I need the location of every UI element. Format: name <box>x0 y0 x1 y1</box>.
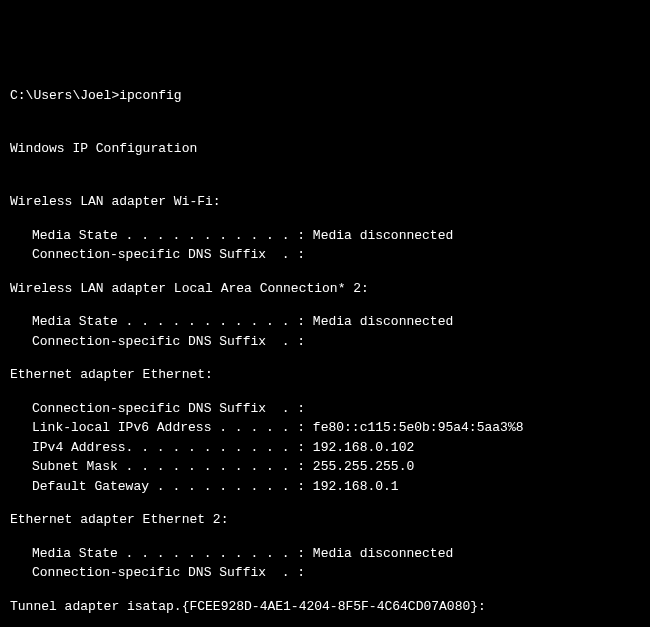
command-prompt-line: C:\Users\Joel>ipconfig <box>10 86 640 106</box>
adapter-field: Media State . . . . . . . . . . . : Medi… <box>10 544 640 564</box>
adapter-name: Wireless LAN adapter Local Area Connecti… <box>10 279 640 299</box>
adapter-name: Tunnel adapter isatap.{FCEE928D-4AE1-420… <box>10 597 640 617</box>
adapter-field: Subnet Mask . . . . . . . . . . . : 255.… <box>10 457 640 477</box>
adapter-block: Ethernet adapter Ethernet:Connection-spe… <box>10 365 640 496</box>
adapter-name: Wireless LAN adapter Wi-Fi: <box>10 192 640 212</box>
adapter-block: Wireless LAN adapter Local Area Connecti… <box>10 279 640 352</box>
adapter-block: Tunnel adapter isatap.{FCEE928D-4AE1-420… <box>10 597 640 628</box>
ipconfig-header: Windows IP Configuration <box>10 139 640 159</box>
adapter-field: Connection-specific DNS Suffix . : <box>10 563 640 583</box>
adapter-field: Media State . . . . . . . . . . . : Medi… <box>10 312 640 332</box>
adapter-field: Connection-specific DNS Suffix . : <box>10 332 640 352</box>
adapter-block: Wireless LAN adapter Wi-Fi:Media State .… <box>10 192 640 265</box>
adapter-field: IPv4 Address. . . . . . . . . . . : 192.… <box>10 438 640 458</box>
adapter-name: Ethernet adapter Ethernet 2: <box>10 510 640 530</box>
adapter-name: Ethernet adapter Ethernet: <box>10 365 640 385</box>
adapter-field: Connection-specific DNS Suffix . : <box>10 245 640 265</box>
adapter-field: Default Gateway . . . . . . . . . : 192.… <box>10 477 640 497</box>
adapter-field: Link-local IPv6 Address . . . . . : fe80… <box>10 418 640 438</box>
adapters-output: Wireless LAN adapter Wi-Fi:Media State .… <box>10 192 640 627</box>
adapter-field: Connection-specific DNS Suffix . : <box>10 399 640 419</box>
adapter-field: Media State . . . . . . . . . . . : Medi… <box>10 226 640 246</box>
adapter-block: Ethernet adapter Ethernet 2:Media State … <box>10 510 640 583</box>
